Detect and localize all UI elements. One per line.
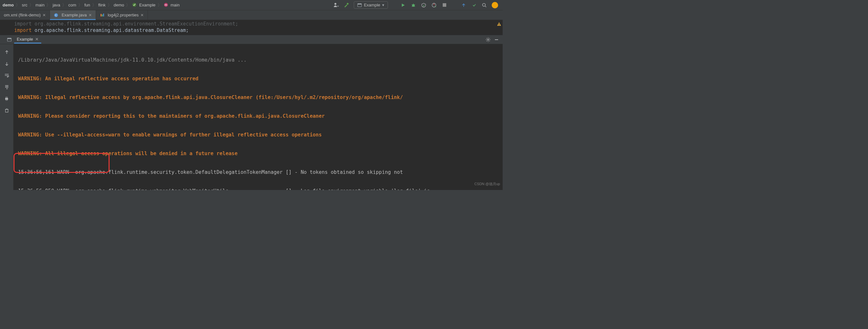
chevron-down-icon: ▾ bbox=[382, 3, 384, 7]
code-line: import org.apache.flink.streaming.api.en… bbox=[14, 21, 503, 27]
run-sidebar bbox=[0, 44, 13, 190]
warning-icon[interactable] bbox=[497, 22, 501, 26]
run-body: /Library/Java/JavaVirtualMachines/jdk-11… bbox=[0, 44, 503, 190]
run-icon[interactable] bbox=[400, 2, 406, 8]
print-icon[interactable] bbox=[4, 96, 10, 102]
svg-text:C: C bbox=[55, 13, 57, 17]
run-tool-header: Example ✕ bbox=[0, 35, 503, 44]
breadcrumb-item[interactable]: java bbox=[52, 3, 61, 7]
navigation-bar: demo〉 src〉 main〉 java〉 com〉 fun〉 flink〉 … bbox=[0, 0, 503, 10]
svg-rect-16 bbox=[499, 24, 499, 25]
breadcrumb-item[interactable]: fun bbox=[84, 3, 91, 7]
vcs-update-icon[interactable] bbox=[461, 2, 467, 8]
properties-icon bbox=[100, 13, 104, 18]
breadcrumb-item[interactable]: main bbox=[35, 3, 45, 7]
svg-rect-14 bbox=[102, 15, 103, 17]
console-output[interactable]: /Library/Java/JavaVirtualMachines/jdk-11… bbox=[13, 44, 503, 190]
close-icon[interactable]: ✕ bbox=[89, 13, 92, 18]
stop-icon[interactable] bbox=[441, 2, 447, 8]
close-icon[interactable]: ✕ bbox=[42, 13, 46, 18]
search-icon[interactable] bbox=[482, 2, 487, 8]
scroll-to-end-icon[interactable] bbox=[4, 84, 10, 90]
breadcrumb-item[interactable]: demo bbox=[2, 3, 14, 7]
svg-point-20 bbox=[488, 39, 489, 40]
down-arrow-icon[interactable] bbox=[4, 61, 10, 67]
close-icon[interactable]: ✕ bbox=[141, 13, 144, 18]
svg-point-3 bbox=[335, 3, 336, 5]
svg-rect-13 bbox=[100, 14, 101, 17]
breadcrumb: demo〉 src〉 main〉 java〉 com〉 fun〉 flink〉 … bbox=[2, 2, 333, 8]
trash-icon[interactable] bbox=[4, 107, 10, 113]
gear-icon[interactable] bbox=[485, 37, 491, 43]
tab-example-java[interactable]: C Example.java ✕ bbox=[50, 10, 96, 20]
build-icon[interactable] bbox=[343, 2, 349, 8]
svg-rect-21 bbox=[495, 39, 498, 40]
vcs-commit-icon[interactable] bbox=[471, 2, 477, 8]
breadcrumb-item[interactable]: com bbox=[68, 3, 77, 7]
application-icon bbox=[7, 37, 11, 42]
console-line: WARNING: Illegal reflective access by or… bbox=[18, 93, 499, 102]
svg-rect-24 bbox=[6, 99, 7, 100]
console-line: /Library/Java/JavaVirtualMachines/jdk-11… bbox=[18, 55, 499, 65]
debug-icon[interactable] bbox=[410, 2, 416, 8]
svg-text:m: m bbox=[165, 3, 167, 6]
svg-rect-25 bbox=[5, 109, 8, 112]
run-tool-window: Example ✕ /Library/Java/JavaVirtualMachi… bbox=[0, 35, 503, 190]
coverage-icon[interactable] bbox=[421, 2, 427, 8]
breadcrumb-item[interactable]: demo bbox=[113, 3, 125, 7]
code-line: import org.apache.flink.streaming.api.da… bbox=[14, 27, 503, 33]
breadcrumb-item[interactable]: flink bbox=[98, 3, 106, 7]
run-tab[interactable]: Example ✕ bbox=[14, 36, 41, 44]
run-tab-label: Example bbox=[17, 37, 33, 42]
code-editor[interactable]: import org.apache.flink.streaming.api.en… bbox=[0, 20, 503, 35]
svg-point-7 bbox=[412, 4, 415, 7]
user-icon[interactable] bbox=[333, 2, 339, 8]
profile-icon[interactable] bbox=[431, 2, 437, 8]
breadcrumb-item[interactable]: m main bbox=[163, 3, 180, 7]
class-icon bbox=[132, 3, 136, 7]
breadcrumb-item[interactable]: src bbox=[21, 3, 28, 7]
svg-rect-17 bbox=[499, 25, 499, 26]
svg-rect-19 bbox=[7, 38, 11, 39]
java-class-icon: C bbox=[54, 13, 58, 18]
close-icon[interactable]: ✕ bbox=[35, 37, 39, 42]
tab-pom[interactable]: om.xml (flink-demo) ✕ bbox=[0, 10, 50, 20]
run-configuration-select[interactable]: Example ▾ bbox=[354, 1, 388, 9]
watermark: CSDN @德月up bbox=[474, 179, 500, 189]
svg-rect-23 bbox=[6, 97, 7, 98]
svg-rect-15 bbox=[103, 13, 104, 17]
console-line: WARNING: Please consider reporting this … bbox=[18, 112, 499, 121]
toolbar: Example ▾ bbox=[333, 1, 501, 9]
editor-tabs: om.xml (flink-demo) ✕ C Example.java ✕ l… bbox=[0, 10, 503, 20]
tab-log4j2[interactable]: log4j2.properties ✕ bbox=[96, 10, 148, 20]
console-line: WARNING: Use --illegal-access=warn to en… bbox=[18, 130, 499, 140]
console-line: WARNING: An illegal reflective access op… bbox=[18, 74, 499, 84]
console-line: 15:36:56,161 WARN org.apache.flink.runti… bbox=[18, 168, 499, 177]
up-arrow-icon[interactable] bbox=[4, 49, 10, 55]
console-line: WARNING: All illegal access operations w… bbox=[18, 149, 499, 158]
run-config-label: Example bbox=[364, 3, 380, 7]
svg-rect-4 bbox=[347, 3, 349, 5]
minimize-icon[interactable] bbox=[494, 37, 499, 43]
console-line: 15:36:56,950 WARN org.apache.flink.runti… bbox=[18, 186, 499, 190]
application-icon bbox=[357, 3, 362, 7]
svg-rect-9 bbox=[443, 3, 446, 7]
svg-point-10 bbox=[483, 3, 486, 6]
soft-wrap-icon[interactable] bbox=[4, 73, 10, 78]
svg-rect-6 bbox=[358, 4, 362, 4]
avatar[interactable] bbox=[492, 2, 498, 8]
breadcrumb-item[interactable]: Example bbox=[131, 3, 156, 7]
method-icon: m bbox=[164, 3, 168, 7]
